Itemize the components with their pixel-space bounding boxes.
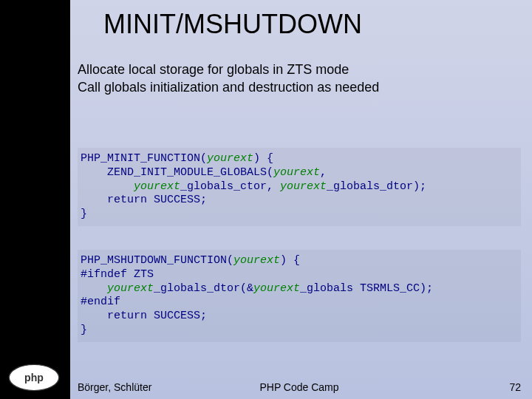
checkbox-icon: ☑ [18, 83, 28, 97]
code-block-mshutdown: PHP_MSHUTDOWN_FUNCTION(yourext) { #ifnde… [78, 250, 521, 342]
bullet-list: Allocate local storage for globals in ZT… [78, 61, 379, 97]
bullet-item: Call globals initialization and destruct… [78, 78, 379, 96]
footer-authors: Börger, Schlüter [78, 381, 151, 393]
footer-page: 72 [509, 381, 521, 393]
checkbox-icon: ☑ [18, 63, 28, 77]
bullet-checks: ☑ ☑ [18, 63, 28, 103]
svg-text:php: php [24, 372, 44, 383]
php-logo-icon: php [7, 364, 61, 392]
slide-footer: Börger, Schlüter PHP Code Camp 72 [78, 381, 521, 393]
sidebar-black [0, 0, 70, 399]
slide-title: MINIT/MSHUTDOWN [103, 9, 362, 40]
footer-title: PHP Code Camp [259, 381, 338, 393]
bullet-item: Allocate local storage for globals in ZT… [78, 61, 379, 78]
code-block-minit: PHP_MINIT_FUNCTION(yourext) { ZEND_INIT_… [78, 148, 521, 226]
